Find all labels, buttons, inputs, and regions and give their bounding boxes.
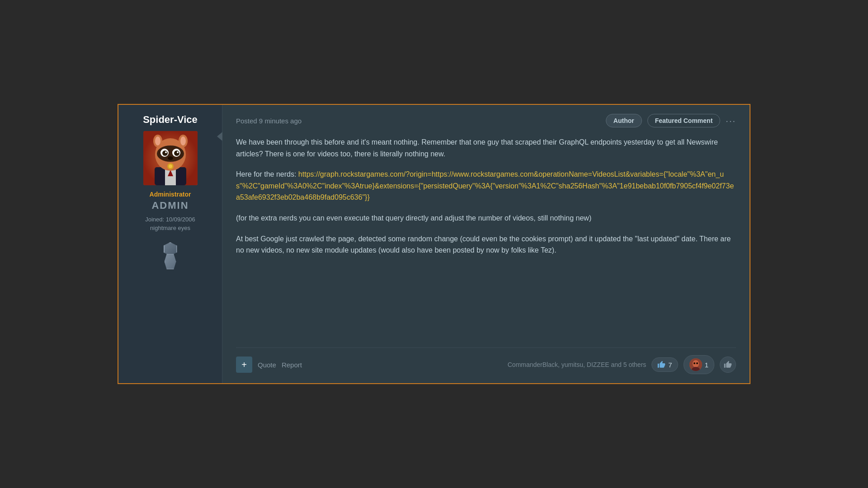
avatar-image: [143, 131, 198, 185]
medal-bottom: [165, 254, 176, 269]
post-divider: [236, 347, 736, 348]
medal-icon: [164, 242, 177, 269]
post-badges: Author Featured Comment ···: [606, 114, 736, 127]
svg-point-16: [180, 136, 186, 145]
svg-point-23: [696, 362, 698, 364]
svg-point-10: [165, 151, 167, 153]
post-header: Posted 9 minutes ago Author Featured Com…: [236, 114, 736, 127]
upvote-button[interactable]: [720, 357, 736, 373]
svg-point-12: [168, 156, 173, 160]
svg-point-18: [169, 164, 172, 168]
join-date: Joined: 10/09/2006: [145, 216, 195, 223]
avatar: [143, 131, 198, 185]
post-body: We have been through this before and it'…: [236, 136, 736, 340]
body-paragraph-2: Here for the nerds: https://graph.rockst…: [236, 169, 736, 203]
post-container: Spider-Vice: [118, 104, 750, 384]
quote-button[interactable]: Quote: [258, 361, 276, 369]
author-badge: Author: [606, 114, 642, 127]
svg-point-8: [162, 150, 168, 156]
user-role: Administrator: [150, 191, 191, 198]
svg-point-22: [693, 362, 695, 364]
user-sidebar: Spider-Vice: [118, 105, 222, 383]
body-link[interactable]: https://graph.rockstargames.com/?origin=…: [236, 170, 734, 201]
dislike-reaction-button[interactable]: 1: [684, 355, 714, 374]
dislike-count: 1: [705, 361, 708, 369]
svg-point-15: [155, 136, 160, 145]
thumbs-up-icon: [657, 361, 665, 369]
username: Spider-Vice: [143, 114, 198, 126]
user-title: nightmare eyes: [150, 225, 190, 231]
footer-reactions: CommanderBlack, yumitsu, DIZZEE and 5 ot…: [508, 355, 736, 374]
post-content: Posted 9 minutes ago Author Featured Com…: [222, 105, 750, 383]
body-link-intro: Here for the nerds:: [236, 170, 298, 178]
featured-badge: Featured Comment: [647, 114, 721, 127]
body-paragraph-3: (for the extra nerds you can even execut…: [236, 212, 736, 224]
like-count: 7: [668, 361, 672, 369]
svg-point-9: [174, 150, 179, 156]
more-options-button[interactable]: ···: [726, 116, 736, 126]
post-card: Spider-Vice: [118, 104, 750, 384]
post-timestamp: Posted 9 minutes ago: [236, 117, 302, 125]
user-badge-label: ADMIN: [151, 200, 189, 211]
post-footer: + Quote Report CommanderBlack, yumitsu, …: [236, 355, 736, 374]
svg-point-11: [177, 151, 179, 153]
medal-top: [164, 242, 177, 256]
likers-text: CommanderBlack, yumitsu, DIZZEE and 5 ot…: [508, 361, 646, 368]
thumbs-up-outline-icon: [724, 361, 732, 369]
comment-arrow: [217, 132, 222, 141]
body-paragraph-1: We have been through this before and it'…: [236, 136, 736, 160]
reaction-avatar: [689, 358, 702, 371]
like-reaction-button[interactable]: 7: [651, 357, 678, 372]
report-button[interactable]: Report: [282, 361, 302, 369]
body-paragraph-4: At best Google just crawled the page, de…: [236, 233, 736, 256]
add-button[interactable]: +: [236, 357, 252, 373]
footer-actions: + Quote Report: [236, 357, 302, 373]
svg-point-20: [693, 360, 699, 367]
